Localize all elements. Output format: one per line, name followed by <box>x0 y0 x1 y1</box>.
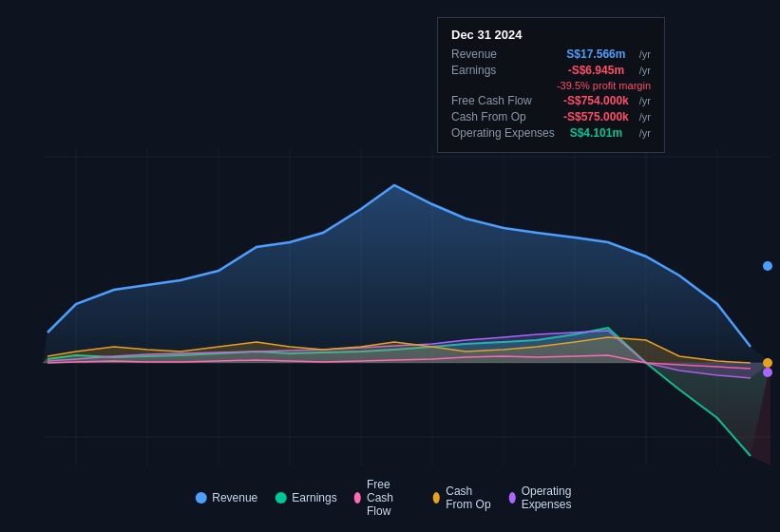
tooltip-date: Dec 31 2024 <box>451 28 651 42</box>
legend-dot-earnings <box>275 492 286 504</box>
tooltip-revenue-label: Revenue <box>451 48 556 61</box>
legend-dot-fcf <box>354 492 361 504</box>
svg-point-15 <box>763 261 772 271</box>
legend-dot-opex <box>508 492 515 504</box>
tooltip-revenue-suffix: /yr <box>639 48 651 60</box>
tooltip-opex-value: S$4.101m <box>570 126 622 140</box>
tooltip-revenue-value: S$17.566m <box>566 48 625 61</box>
legend-label-opex: Operating Expenses <box>522 484 585 511</box>
tooltip-opex-label: Operating Expenses <box>451 126 556 140</box>
tooltip-opex-suffix: /yr <box>639 127 651 139</box>
tooltip-earnings-value: -S$6.945m <box>568 64 624 77</box>
tooltip-cfo-row: Cash From Op -S$575.000k /yr <box>451 110 651 124</box>
svg-point-17 <box>763 368 772 377</box>
tooltip-opex-row: Operating Expenses S$4.101m /yr <box>451 126 651 140</box>
legend-item-earnings[interactable]: Earnings <box>275 491 336 504</box>
tooltip-cfo-suffix: /yr <box>639 111 651 123</box>
svg-point-16 <box>763 358 772 368</box>
chart-container: Dec 31 2024 Revenue S$17.566m /yr Earnin… <box>0 0 780 532</box>
legend-item-revenue[interactable]: Revenue <box>195 491 257 504</box>
legend-item-cfo[interactable]: Cash From Op <box>433 484 491 511</box>
tooltip-earnings-label: Earnings <box>451 64 556 77</box>
tooltip-revenue-row: Revenue S$17.566m /yr <box>451 48 651 61</box>
legend-label-revenue: Revenue <box>212 491 257 504</box>
tooltip-fcf-suffix: /yr <box>639 95 651 106</box>
tooltip-fcf-label: Free Cash Flow <box>451 94 556 107</box>
legend-item-opex[interactable]: Operating Expenses <box>508 484 584 511</box>
legend-label-cfo: Cash From Op <box>446 484 491 511</box>
tooltip-box: Dec 31 2024 Revenue S$17.566m /yr Earnin… <box>437 17 665 153</box>
tooltip-earnings-row: Earnings -S$6.945m /yr <box>451 64 651 77</box>
tooltip-margin-value: -39.5% profit margin <box>557 80 651 91</box>
tooltip-fcf-value: -S$754.000k <box>563 94 629 107</box>
tooltip-margin-row: -39.5% profit margin <box>451 80 651 91</box>
tooltip-cfo-label: Cash From Op <box>451 110 556 124</box>
legend-item-fcf[interactable]: Free Cash Flow <box>354 478 416 518</box>
legend-label-earnings: Earnings <box>292 491 336 504</box>
legend-dot-cfo <box>433 492 440 504</box>
legend-dot-revenue <box>195 492 206 504</box>
tooltip-earnings-suffix: /yr <box>639 65 651 76</box>
legend-label-fcf: Free Cash Flow <box>367 478 416 518</box>
chart-legend: Revenue Earnings Free Cash Flow Cash Fro… <box>195 478 585 518</box>
tooltip-cfo-value: -S$575.000k <box>563 110 629 124</box>
tooltip-fcf-row: Free Cash Flow -S$754.000k /yr <box>451 94 651 107</box>
